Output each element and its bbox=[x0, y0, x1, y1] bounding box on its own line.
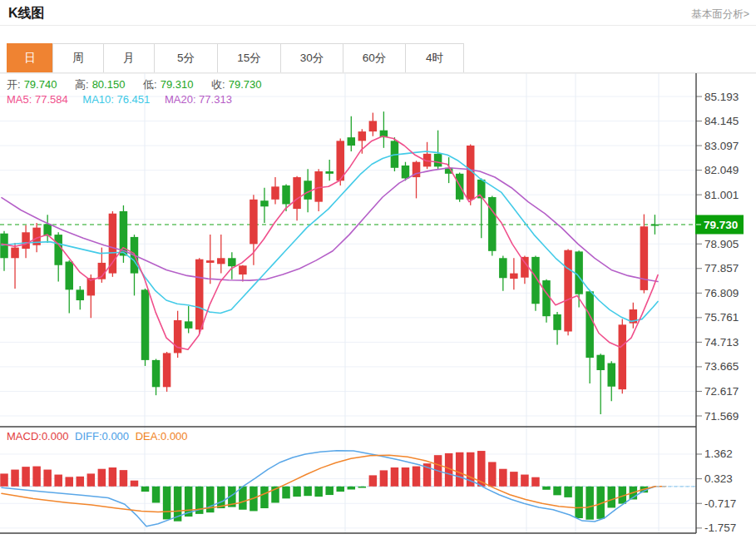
macd-bar bbox=[413, 467, 421, 487]
candle-body bbox=[250, 200, 258, 245]
macd-bar bbox=[77, 477, 85, 487]
macd-bar bbox=[87, 473, 96, 486]
macd-bar bbox=[217, 487, 225, 508]
candle-body bbox=[402, 166, 410, 179]
price-tick-label: 75.761 bbox=[704, 311, 739, 324]
price-tick-label: 71.569 bbox=[704, 410, 739, 423]
macd-bar bbox=[32, 467, 41, 487]
candle-body bbox=[553, 314, 561, 330]
price-tick-label: 84.145 bbox=[704, 115, 739, 127]
candle-body bbox=[54, 235, 62, 265]
macd-tick-label: -0.717 bbox=[704, 497, 736, 510]
macd-bar bbox=[531, 477, 540, 487]
macd-bar bbox=[521, 475, 529, 487]
close-label: 收: bbox=[211, 78, 225, 91]
macd-legend: MACD:0.000 DIFF:0.000 DEA:0.000 bbox=[7, 430, 191, 443]
candle-body bbox=[358, 131, 367, 141]
macd-bar bbox=[98, 469, 106, 487]
candle-body bbox=[65, 262, 73, 290]
macd-bar bbox=[54, 475, 62, 487]
candle-body bbox=[640, 226, 649, 290]
ohlc-legend: 开:79.740 高:80.150 低:79.310 收:79.730 bbox=[7, 77, 264, 92]
open-value: 79.740 bbox=[24, 78, 57, 91]
candle-body bbox=[77, 289, 85, 300]
kline-widget: K线图 基本面分析> 日周月5分15分30分60分4时 85.19384.145… bbox=[0, 0, 756, 539]
macd-bar bbox=[607, 487, 615, 508]
candle-body bbox=[11, 248, 19, 259]
price-tick-label: 85.193 bbox=[704, 91, 739, 103]
close-value: 79.730 bbox=[229, 78, 262, 91]
macd-bar bbox=[282, 487, 290, 499]
candle-body bbox=[217, 258, 225, 264]
macd-tick-label: 1.362 bbox=[704, 448, 733, 460]
macd-bar bbox=[456, 452, 464, 487]
macd-bar bbox=[325, 487, 334, 495]
diff-value: DIFF:0.000 bbox=[75, 430, 129, 443]
candle-body bbox=[596, 355, 605, 370]
open-label: 开: bbox=[7, 78, 21, 91]
ma-legend: MA5: 77.584 MA10: 76.451 MA20: 77.313 bbox=[7, 93, 235, 106]
macd-bar bbox=[152, 487, 161, 503]
dea-value: DEA:0.000 bbox=[136, 430, 188, 443]
ma5-value: MA5: 77.584 bbox=[7, 93, 68, 106]
macd-bar bbox=[542, 487, 551, 490]
candle-body bbox=[619, 324, 627, 389]
candle-body bbox=[575, 251, 583, 294]
candle-body bbox=[499, 258, 507, 278]
macd-bar bbox=[380, 470, 388, 486]
candle-body bbox=[314, 171, 323, 202]
candle-body bbox=[163, 353, 171, 387]
macd-bar bbox=[120, 470, 128, 487]
candle-body bbox=[607, 363, 615, 387]
candle-body bbox=[271, 186, 279, 200]
candle-body bbox=[348, 137, 356, 146]
macd-tick-label: -1.757 bbox=[704, 522, 736, 534]
candle-body bbox=[228, 258, 236, 266]
macd-bar bbox=[22, 467, 30, 487]
macd-bar bbox=[369, 475, 378, 486]
candle-body bbox=[369, 121, 378, 131]
macd-bar bbox=[239, 487, 247, 510]
candle-body bbox=[260, 200, 269, 206]
candle-body bbox=[141, 289, 150, 360]
high-value: 80.150 bbox=[92, 78, 126, 91]
candle-body bbox=[542, 280, 551, 316]
candle-body bbox=[195, 260, 204, 330]
candle-body bbox=[22, 232, 30, 249]
price-tick-label: 76.809 bbox=[704, 287, 739, 299]
macd-bar bbox=[260, 487, 269, 508]
price-tick-label: 73.665 bbox=[704, 360, 739, 373]
macd-bar bbox=[358, 487, 367, 488]
macd-bar bbox=[488, 462, 497, 486]
price-tick-label: 72.617 bbox=[704, 385, 739, 398]
macd-bar bbox=[163, 487, 171, 520]
macd-bar bbox=[402, 467, 410, 487]
candle-body bbox=[325, 171, 334, 174]
macd-bar bbox=[131, 481, 139, 487]
price-tick-label: 77.857 bbox=[704, 262, 739, 274]
macd-bar bbox=[499, 469, 507, 487]
macd-value: MACD:0.000 bbox=[7, 430, 68, 443]
current-price-tag-label: 79.730 bbox=[704, 219, 738, 231]
candle-body bbox=[434, 154, 442, 167]
candle-body bbox=[586, 291, 594, 358]
candle-body bbox=[521, 257, 529, 278]
candle-body bbox=[564, 250, 572, 332]
candle-body bbox=[510, 274, 518, 279]
macd-bar bbox=[293, 487, 301, 497]
candle-body bbox=[185, 321, 193, 328]
candle-body bbox=[304, 180, 312, 200]
macd-bar bbox=[348, 487, 356, 490]
candle-body bbox=[206, 260, 215, 263]
candle-body bbox=[239, 265, 247, 274]
candle-body bbox=[109, 214, 117, 274]
price-tick-label: 83.097 bbox=[704, 140, 739, 152]
macd-bar bbox=[510, 472, 518, 487]
macd-bar bbox=[43, 470, 52, 487]
macd-bar bbox=[65, 477, 73, 486]
macd-bar bbox=[586, 487, 594, 520]
macd-bar bbox=[391, 467, 399, 487]
macd-bar bbox=[314, 487, 323, 497]
candle-body bbox=[651, 225, 660, 226]
macd-bar bbox=[11, 470, 19, 487]
